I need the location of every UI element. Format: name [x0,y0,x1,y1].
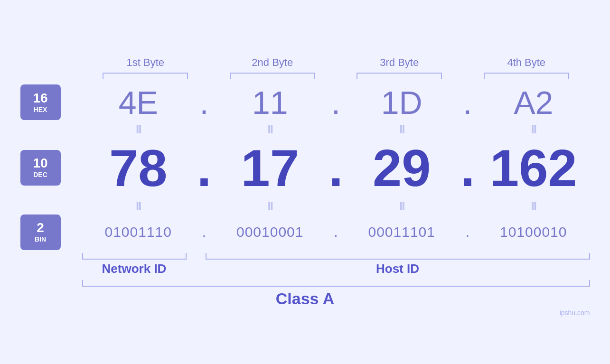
dec-byte-1: 78 [82,138,195,198]
watermark: ipshu.com [560,309,590,317]
hex-badge: 16 HEX [20,84,61,120]
hex-dot-1: . [195,84,214,121]
equals-4b: II [477,199,590,214]
byte-label-3: 3rd Byte [336,56,463,69]
byte-label-4: 4th Byte [463,56,590,69]
hex-byte-4: A2 [477,84,590,121]
bin-byte-2: 00010001 [214,224,327,240]
top-bracket-2 [230,73,315,79]
dec-dot-3: . [458,138,477,198]
top-bracket-4 [484,73,569,79]
equals-2a: II [214,122,327,137]
hex-byte-2: 11 [214,84,327,121]
bin-badge: 2 BIN [20,215,61,250]
hex-byte-3: 1D [346,84,459,121]
equals-1a: II [82,122,195,137]
dec-byte-3: 29 [346,138,459,198]
class-label: Class A [276,289,334,308]
bin-dot-2: . [327,224,346,240]
equals-1b: II [82,199,195,214]
bin-dot-1: . [195,224,214,240]
network-id-label: Network ID [102,261,167,276]
hex-byte-1: 4E [82,84,195,121]
equals-3a: II [346,122,459,137]
host-bracket [206,253,590,260]
byte-label-1: 1st Byte [82,56,209,69]
top-bracket-1 [103,73,188,79]
dec-byte-2: 17 [214,138,327,198]
equals-4a: II [477,122,590,137]
host-id-label: Host ID [376,261,419,276]
byte-label-2: 2nd Byte [209,56,336,69]
equals-3b: II [346,199,459,214]
dec-dot-1: . [195,138,214,198]
network-bracket [82,253,187,260]
dec-byte-4: 162 [477,138,590,198]
top-bracket-3 [357,73,442,79]
bin-byte-3: 00011101 [346,224,459,240]
dec-dot-2: . [327,138,346,198]
bin-dot-3: . [458,224,477,240]
bin-byte-4: 10100010 [477,224,590,240]
bin-byte-1: 01001110 [82,224,195,240]
hex-dot-2: . [327,84,346,121]
class-bracket [82,280,590,287]
dec-badge: 10 DEC [20,150,61,186]
equals-2b: II [214,199,327,214]
hex-dot-3: . [458,84,477,121]
